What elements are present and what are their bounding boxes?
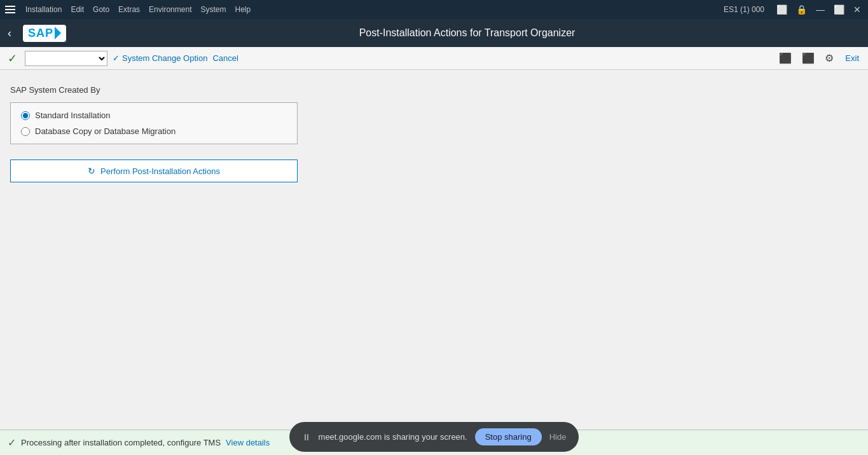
menu-installation[interactable]: Installation	[23, 4, 64, 15]
toolbar-dropdown[interactable]	[25, 51, 107, 66]
window-close[interactable]: ✕	[851, 4, 863, 15]
status-text: Processing after installation completed,…	[21, 438, 221, 447]
radio-option-database[interactable]: Database Copy or Database Migration	[21, 126, 287, 136]
menu-help[interactable]: Help	[232, 4, 253, 15]
radio-standard-input[interactable]	[21, 111, 30, 120]
cancel-button[interactable]: Cancel	[212, 53, 238, 63]
window-icon-lock[interactable]: 🔒	[794, 4, 809, 15]
title-bar: Installation Edit Goto Extras Environmen…	[0, 0, 868, 19]
menu-system[interactable]: System	[198, 4, 228, 15]
sap-logo: SAP	[23, 25, 66, 42]
sap-logo-triangle	[55, 27, 61, 39]
radio-option-standard[interactable]: Standard Installation	[21, 111, 287, 120]
meet-notification: ⏸ meet.google.com is sharing your screen…	[289, 422, 579, 452]
app-header: ‹ SAP Post-Installation Actions for Tran…	[0, 19, 868, 47]
toolbar: ✓ ✓ System Change Option Cancel ⬛ ⬛ ⚙ Ex…	[0, 47, 868, 70]
menu-goto[interactable]: Goto	[90, 4, 112, 15]
radio-database-input[interactable]	[21, 127, 30, 136]
action-button-label: Perform Post-Installation Actions	[100, 166, 220, 176]
checkmark-icon: ✓	[113, 53, 120, 63]
hamburger-menu[interactable]	[5, 6, 15, 13]
stop-sharing-button[interactable]: Stop sharing	[475, 428, 542, 445]
section-title: SAP System Created By	[10, 85, 858, 95]
toolbar-icons: ⬛ ⬛ ⚙	[776, 51, 836, 65]
hide-link[interactable]: Hide	[549, 432, 567, 442]
menu-bar: Installation Edit Goto Extras Environmen…	[23, 4, 253, 15]
layout-icon-1[interactable]: ⬛	[776, 51, 794, 65]
main-content: SAP System Created By Standard Installat…	[0, 70, 868, 430]
check-button[interactable]: ✓	[5, 50, 20, 67]
radio-database-label: Database Copy or Database Migration	[35, 126, 176, 136]
page-title: Post-Installation Actions for Transport …	[74, 27, 860, 39]
window-restore[interactable]: ⬜	[832, 4, 846, 15]
exit-button[interactable]: Exit	[841, 52, 863, 64]
back-button[interactable]: ‹	[8, 27, 11, 40]
window-icon-screen[interactable]: ⬜	[775, 4, 789, 15]
status-check-icon: ✓	[8, 437, 16, 449]
radio-options-box: Standard Installation Database Copy or D…	[10, 102, 298, 144]
menu-environment[interactable]: Environment	[146, 4, 194, 15]
pause-icon: ⏸	[302, 432, 311, 442]
sap-logo-text: SAP	[28, 27, 53, 40]
settings-icon[interactable]: ⚙	[822, 51, 836, 65]
system-change-option-label: System Change Option	[122, 53, 207, 63]
menu-extras[interactable]: Extras	[116, 4, 142, 15]
menu-edit[interactable]: Edit	[68, 4, 86, 15]
meet-sharing-text: meet.google.com is sharing your screen.	[319, 432, 467, 442]
view-details-link[interactable]: View details	[226, 438, 270, 447]
layout-icon-2[interactable]: ⬛	[799, 51, 817, 65]
system-change-option-link[interactable]: ✓ System Change Option	[113, 53, 207, 63]
radio-standard-label: Standard Installation	[35, 111, 111, 120]
system-id: ES1 (1) 000	[724, 5, 764, 14]
action-button-icon: ↻	[88, 166, 95, 176]
window-minimize[interactable]: —	[814, 4, 827, 15]
perform-action-button[interactable]: ↻ Perform Post-Installation Actions	[10, 160, 298, 182]
